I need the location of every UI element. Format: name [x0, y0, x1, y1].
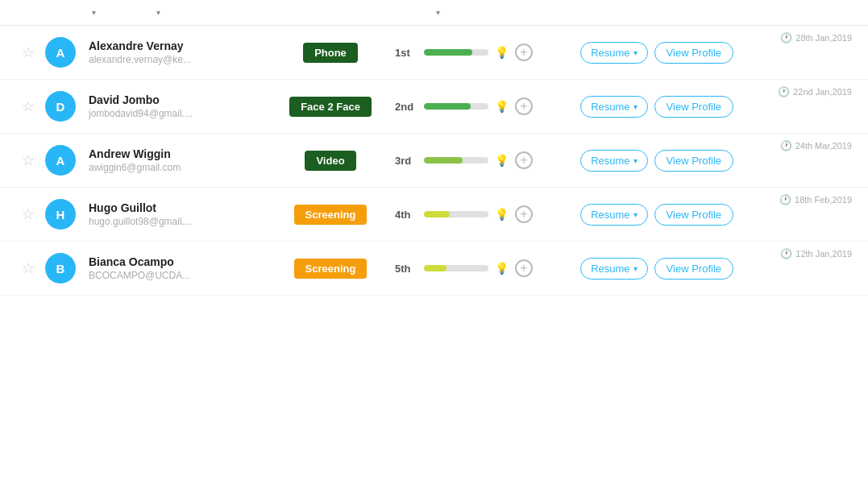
- plus-icon[interactable]: +: [515, 259, 533, 277]
- view-profile-button[interactable]: View Profile: [654, 150, 733, 172]
- star-col: ☆: [16, 151, 40, 169]
- resume-button[interactable]: Resume ▾: [580, 96, 647, 118]
- timestamp-text: 12th Jan,2019: [795, 249, 852, 259]
- timestamp: 🕐 22nd Jan,2019: [778, 86, 852, 97]
- action-col: Resume ▾ View Profile: [556, 258, 733, 280]
- resume-button[interactable]: Resume ▾: [580, 258, 647, 280]
- ranking-col: 2nd 💡 +: [395, 97, 556, 115]
- candidate-email: awiggin6@gmail.com: [89, 162, 266, 173]
- resume-chevron-icon: ▾: [633, 210, 638, 219]
- avatar: D: [45, 91, 76, 122]
- timestamp-text: 18th Feb,2019: [795, 195, 852, 205]
- plus-icon[interactable]: +: [515, 205, 533, 223]
- candidate-name: Bianca Ocampo: [89, 255, 266, 268]
- bulb-icon[interactable]: 💡: [495, 208, 509, 221]
- plus-icon[interactable]: +: [515, 97, 533, 115]
- candidates-list: ☆ A Alexandre Vernay alexandre.vernay@ke…: [0, 26, 868, 296]
- resume-button[interactable]: Resume ▾: [580, 204, 647, 226]
- candidate-email: hugo.guillot98@gmail....: [89, 216, 266, 227]
- bulb-icon[interactable]: 💡: [495, 100, 509, 113]
- clock-icon: 🕐: [780, 140, 792, 151]
- candidates-table: ▾ ▾ ▾ ☆ A Alexandre Vernay alexandre.ver…: [0, 0, 868, 296]
- clock-icon: 🕐: [779, 194, 791, 205]
- status-badge[interactable]: Face 2 Face: [289, 97, 372, 117]
- clock-icon: 🕐: [778, 86, 790, 97]
- resume-button[interactable]: Resume ▾: [580, 42, 647, 64]
- interview-status-col: Video: [266, 151, 395, 171]
- ranking-col: 5th 💡 +: [395, 259, 556, 277]
- progress-bar-bg: [424, 49, 488, 56]
- view-profile-button[interactable]: View Profile: [654, 204, 733, 226]
- resume-chevron-icon: ▾: [633, 102, 638, 111]
- status-chevron-icon: ▾: [436, 8, 440, 17]
- timestamp-text: 24th Mar,2019: [795, 141, 852, 151]
- status-badge[interactable]: Screening: [294, 259, 368, 279]
- timestamp: 🕐 18th Feb,2019: [779, 194, 852, 205]
- action-col: Resume ▾ View Profile: [556, 96, 733, 118]
- table-header: ▾ ▾ ▾: [0, 0, 868, 26]
- header-status[interactable]: ▾: [433, 8, 562, 17]
- avatar-col: B: [40, 253, 81, 284]
- progress-bar-fill: [424, 211, 450, 217]
- star-icon[interactable]: ☆: [22, 259, 35, 277]
- star-icon[interactable]: ☆: [22, 43, 35, 61]
- action-col: Resume ▾ View Profile: [556, 204, 733, 226]
- table-row: ☆ B Bianca Ocampo BCOCAMPO@UCDA... Scree…: [0, 242, 868, 296]
- plus-icon[interactable]: +: [515, 151, 533, 169]
- timestamp: 🕐 24th Mar,2019: [780, 140, 852, 151]
- progress-bar-fill: [424, 157, 463, 164]
- candidate-info: Andrew Wiggin awiggin6@gmail.com: [89, 147, 266, 173]
- resume-chevron-icon: ▾: [633, 48, 638, 57]
- candidate-info: Alexandre Vernay alexandre.vernay@ke...: [89, 39, 266, 65]
- view-profile-button[interactable]: View Profile: [654, 42, 733, 64]
- ranking-col: 4th 💡 +: [395, 205, 556, 223]
- avatar: H: [45, 199, 76, 230]
- star-col: ☆: [16, 43, 40, 61]
- candidate-email: alexandre.vernay@ke...: [89, 54, 266, 65]
- table-row: ☆ D David Jombo jombodavid94@gmail.... F…: [0, 80, 868, 134]
- bulb-icon[interactable]: 💡: [495, 46, 509, 59]
- plus-icon[interactable]: +: [515, 43, 533, 61]
- action-col: Resume ▾ View Profile: [556, 42, 733, 64]
- bulb-icon[interactable]: 💡: [495, 262, 509, 275]
- star-icon[interactable]: ☆: [22, 151, 35, 169]
- status-badge[interactable]: Video: [305, 151, 355, 171]
- resume-chevron-icon: ▾: [633, 156, 638, 165]
- bulb-icon[interactable]: 💡: [495, 154, 509, 167]
- view-profile-button[interactable]: View Profile: [654, 96, 733, 118]
- candidate-name: David Jombo: [89, 93, 266, 106]
- star-icon[interactable]: ☆: [22, 205, 35, 223]
- candidate-name: Hugo Guillot: [89, 201, 266, 214]
- ranking-col: 3rd 💡 +: [395, 151, 556, 169]
- progress-bar-fill: [424, 265, 446, 271]
- progress-bar-bg: [424, 265, 488, 271]
- interview-status-col: Screening: [266, 205, 395, 225]
- timestamp-text: 22nd Jan,2019: [793, 87, 852, 97]
- view-profile-button[interactable]: View Profile: [654, 258, 733, 280]
- star-icon[interactable]: ☆: [22, 97, 35, 115]
- rank-label: 4th: [395, 209, 417, 221]
- header-job[interactable]: ▾: [153, 8, 433, 17]
- avatar: A: [45, 37, 76, 68]
- status-badge[interactable]: Screening: [294, 205, 368, 225]
- clock-icon: 🕐: [780, 32, 792, 43]
- action-col: Resume ▾ View Profile: [556, 150, 733, 172]
- table-row: ☆ A Andrew Wiggin awiggin6@gmail.com Vid…: [0, 134, 868, 188]
- avatar-col: A: [40, 37, 81, 68]
- candidate-info: David Jombo jombodavid94@gmail....: [89, 93, 266, 119]
- clock-icon: 🕐: [780, 248, 792, 259]
- timestamp: 🕐 12th Jan,2019: [780, 248, 852, 259]
- progress-bar-fill: [424, 103, 471, 110]
- star-col: ☆: [16, 259, 40, 277]
- progress-bar-bg: [424, 103, 488, 110]
- avatar-col: D: [40, 91, 81, 122]
- candidate-info: Hugo Guillot hugo.guillot98@gmail....: [89, 201, 266, 227]
- star-col: ☆: [16, 205, 40, 223]
- header-all[interactable]: ▾: [89, 8, 153, 17]
- all-chevron-icon: ▾: [92, 8, 96, 17]
- table-row: ☆ H Hugo Guillot hugo.guillot98@gmail...…: [0, 188, 868, 242]
- timestamp: 🕐 28th Jan,2019: [780, 32, 852, 43]
- progress-bar-fill: [424, 49, 472, 56]
- status-badge[interactable]: Phone: [303, 43, 358, 63]
- resume-button[interactable]: Resume ▾: [580, 150, 647, 172]
